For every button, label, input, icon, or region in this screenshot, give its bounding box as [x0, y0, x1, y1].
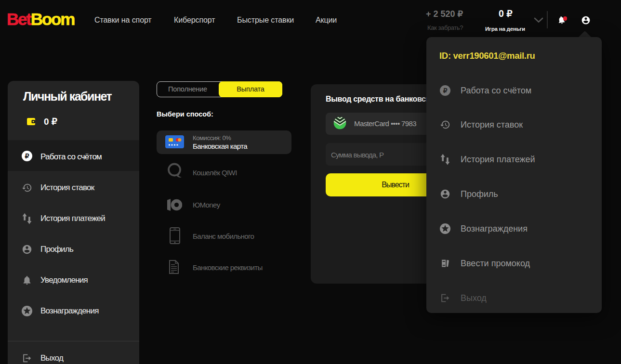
svg-text:₽: ₽: [443, 87, 447, 94]
svg-text:₽: ₽: [25, 152, 29, 160]
